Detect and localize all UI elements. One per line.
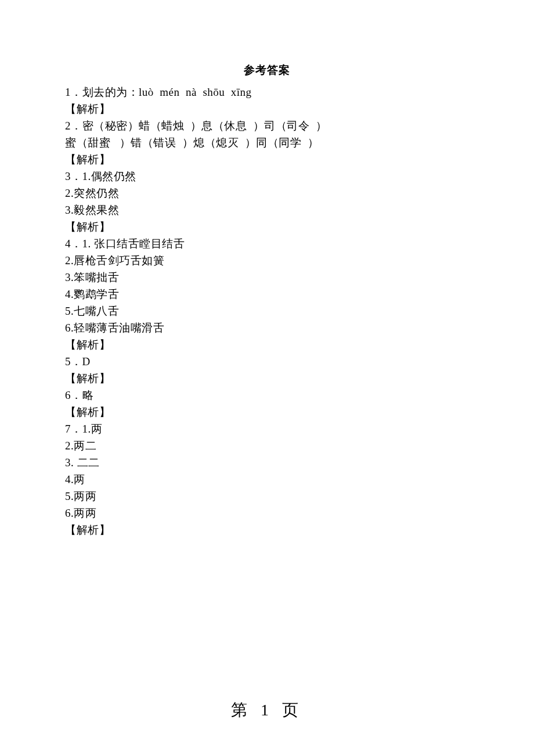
answer-line: 1．划去的为：luò mén nà shōu xīng xyxy=(65,84,469,100)
answer-line: 5.七嘴八舌 xyxy=(65,303,469,319)
answer-line: 4.两 xyxy=(65,471,469,488)
answer-line: 2.突然仍然 xyxy=(65,185,469,201)
answer-line: 【解析】 xyxy=(65,100,469,117)
answer-line: 4．1. 张口结舌瞠目结舌 xyxy=(65,235,469,252)
answer-line: 【解析】 xyxy=(65,404,469,420)
answer-line: 3. 二二 xyxy=(65,454,469,471)
answer-line: 6.轻嘴薄舌油嘴滑舌 xyxy=(65,319,469,336)
answer-line: 3.笨嘴拙舌 xyxy=(65,269,469,286)
page-title: 参考答案 xyxy=(65,63,469,78)
answer-line: 2.两二 xyxy=(65,437,469,454)
answer-line: 3．1.偶然仍然 xyxy=(65,168,469,185)
answer-line: 【解析】 xyxy=(65,336,469,353)
answer-line: 6.两两 xyxy=(65,505,469,521)
answer-line: 【解析】 xyxy=(65,151,469,168)
answer-line: 4.鹦鹉学舌 xyxy=(65,286,469,303)
answer-line: 2.唇枪舌剑巧舌如簧 xyxy=(65,252,469,269)
answer-line: 7．1.两 xyxy=(65,420,469,437)
answer-line: 蜜（甜蜜 ）错（错误 ）熄（熄灭 ）同（同学 ） xyxy=(65,134,469,151)
answer-line: 5．D xyxy=(65,353,469,370)
page-footer: 第 1 页 xyxy=(0,699,534,721)
answer-line: 5.两两 xyxy=(65,488,469,505)
page-content: 参考答案 1．划去的为：luò mén nà shōu xīng 【解析】 2．… xyxy=(0,0,534,538)
answer-line: 【解析】 xyxy=(65,370,469,387)
answer-line: 2．密（秘密）蜡（蜡烛 ）息（休息 ）司（司令 ） xyxy=(65,117,469,134)
answer-line: 6．略 xyxy=(65,387,469,404)
answer-line: 【解析】 xyxy=(65,521,469,538)
answer-line: 【解析】 xyxy=(65,218,469,235)
answer-line: 3.毅然果然 xyxy=(65,201,469,218)
